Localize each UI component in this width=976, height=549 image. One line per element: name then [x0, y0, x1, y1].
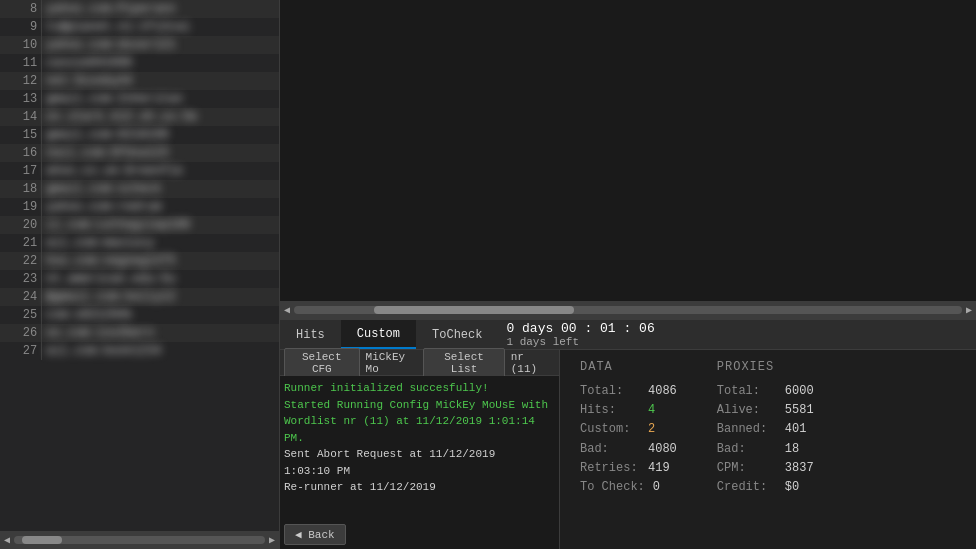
- stat-row: CPM:3837: [717, 459, 814, 478]
- row-data: gmail.com:Inheritan: [42, 90, 279, 108]
- stat-label: Alive:: [717, 401, 777, 420]
- row-data: oo.com:lov2bern: [42, 324, 279, 342]
- list-item[interactable]: 10yahoo.com:dozer121: [0, 36, 279, 54]
- tabs-row: Hits Custom ToCheck 0 days 00 : 01 : 06 …: [280, 319, 976, 349]
- stat-value: 0: [653, 478, 660, 497]
- list-item[interactable]: 19yahoo.com:redrum: [0, 198, 279, 216]
- stat-label: Bad:: [717, 440, 777, 459]
- list-item[interactable]: 13gmail.com:Inheritan: [0, 90, 279, 108]
- list-item[interactable]: 25com:s021294k: [0, 306, 279, 324]
- data-stats-title: DATA: [580, 360, 677, 374]
- row-number: 25: [0, 306, 42, 324]
- row-number: 21: [0, 234, 42, 252]
- row-number: 9: [0, 18, 42, 36]
- stat-row: Custom:2: [580, 420, 677, 439]
- tab-custom[interactable]: Custom: [341, 320, 416, 349]
- stat-label: Hits:: [580, 401, 640, 420]
- list-item[interactable]: 15gmail.com:0218199: [0, 126, 279, 144]
- scroll-right-arrow[interactable]: ▶: [269, 534, 275, 546]
- scroll-thumb-left[interactable]: [22, 536, 62, 544]
- stat-value: 3837: [785, 459, 814, 478]
- proxy-stats-col: PROXIES Total:6000Alive:5581Banned:401Ba…: [717, 360, 814, 539]
- stat-row: Alive:5581: [717, 401, 814, 420]
- bottom-right-stats: DATA Total:4086Hits:4Custom:2Bad:4080Ret…: [560, 350, 976, 549]
- row-data: com:s021294k: [42, 306, 279, 324]
- stat-row: Banned:401: [717, 420, 814, 439]
- stat-label: Custom:: [580, 420, 640, 439]
- timer-value: 0 days 00 : 01 : 06: [506, 321, 654, 336]
- stat-value: 419: [648, 459, 670, 478]
- log-line: Started Running Config MiCkEy MoUsE with…: [284, 397, 555, 447]
- row-number: 26: [0, 324, 42, 342]
- row-data: on.stark.k12.oh.us:Se: [42, 108, 279, 126]
- back-button[interactable]: ◀ Back: [284, 524, 346, 545]
- stat-value: 4086: [648, 382, 677, 401]
- main-container: 8yahoo.com:Piperann9ts@planet.nl:1fi2cai…: [0, 0, 976, 549]
- left-panel: 8yahoo.com:Piperann9ts@planet.nl:1fi2cai…: [0, 0, 280, 549]
- list-item[interactable]: 22hoo.com:negneg1375: [0, 252, 279, 270]
- row-data: yahoo.com:Piperann: [42, 0, 279, 18]
- stat-label: Retries:: [580, 459, 640, 478]
- row-number: 15: [0, 126, 42, 144]
- stat-label: Credit:: [717, 478, 777, 497]
- select-cfg-button[interactable]: Select CFG: [284, 348, 360, 378]
- list-item[interactable]: 8yahoo.com:Piperann: [0, 0, 279, 18]
- stat-value: 4080: [648, 440, 677, 459]
- list-item[interactable]: 11cassie041696: [0, 54, 279, 72]
- row-data: gmail.com:scheck: [42, 180, 279, 198]
- list-item[interactable]: 17ahoo.co.uk:Greenfle: [0, 162, 279, 180]
- stat-value: 401: [785, 420, 807, 439]
- stat-label: To Check:: [580, 478, 645, 497]
- timer-info: 0 days 00 : 01 : 06 1 days left: [506, 321, 654, 348]
- row-data: hoo.com:negneg1375: [42, 252, 279, 270]
- select-list-button[interactable]: Select List: [423, 348, 504, 378]
- tab-tocheck[interactable]: ToCheck: [416, 320, 498, 349]
- row-number: 14: [0, 108, 42, 126]
- scroll-track-left[interactable]: [14, 536, 265, 544]
- row-data: ts@planet.nl:1fi2cai: [42, 18, 279, 36]
- stat-row: Hits:4: [580, 401, 677, 420]
- list-item[interactable]: 18gmail.com:scheck: [0, 180, 279, 198]
- row-number: 11: [0, 54, 42, 72]
- list-area: 8yahoo.com:Piperann9ts@planet.nl:1fi2cai…: [0, 0, 279, 531]
- list-item[interactable]: 21ail.com:maxlucy: [0, 234, 279, 252]
- list-item[interactable]: 16nail.com:Gfdsa123: [0, 144, 279, 162]
- proxy-stats-title: PROXIES: [717, 360, 814, 374]
- list-item[interactable]: 26oo.com:lov2bern: [0, 324, 279, 342]
- stat-row: Total:4086: [580, 382, 677, 401]
- right-top-area: [280, 0, 976, 301]
- row-data: ail.com:book1234: [42, 342, 279, 360]
- log-line: Runner initialized succesfully!: [284, 380, 555, 397]
- scroll-thumb-right[interactable]: [374, 306, 574, 314]
- row-number: 16: [0, 144, 42, 162]
- left-hscrollbar[interactable]: ◀ ▶: [0, 531, 279, 549]
- row-number: 10: [0, 36, 42, 54]
- tab-hits[interactable]: Hits: [280, 320, 341, 349]
- row-number: 22: [0, 252, 42, 270]
- list-item[interactable]: 27ail.com:book1234: [0, 342, 279, 360]
- list-item[interactable]: 12net:Scooby44: [0, 72, 279, 90]
- right-scroll-right-arrow[interactable]: ▶: [966, 304, 972, 316]
- list-item[interactable]: 20il.com:Lethagilep180: [0, 216, 279, 234]
- row-data: nt.american.edu:Su: [42, 270, 279, 288]
- stat-label: Total:: [717, 382, 777, 401]
- row-number: 23: [0, 270, 42, 288]
- data-list: 8yahoo.com:Piperann9ts@planet.nl:1fi2cai…: [0, 0, 279, 360]
- stat-row: To Check:0: [580, 478, 677, 497]
- wordlist-label: MiCkEy Mo: [362, 351, 422, 375]
- row-data: gmail.com:0218199: [42, 126, 279, 144]
- right-hscrollbar[interactable]: ◀ ▶: [280, 301, 976, 319]
- row-data: ahoo.co.uk:Greenfle: [42, 162, 279, 180]
- list-item[interactable]: 14on.stark.k12.oh.us:Se: [0, 108, 279, 126]
- row-number: 18: [0, 180, 42, 198]
- row-data: nail.com:Gfdsa123: [42, 144, 279, 162]
- list-item[interactable]: 9ts@planet.nl:1fi2cai: [0, 18, 279, 36]
- scroll-track-right[interactable]: [294, 306, 962, 314]
- row-data: ail.com:maxlucy: [42, 234, 279, 252]
- list-item[interactable]: 23nt.american.edu:Su: [0, 270, 279, 288]
- log-scroll: Runner initialized succesfully!Started R…: [284, 380, 555, 545]
- row-number: 8: [0, 0, 42, 18]
- right-scroll-left-arrow[interactable]: ◀: [284, 304, 290, 316]
- list-item[interactable]: 24@gmail.com:kelly12: [0, 288, 279, 306]
- scroll-left-arrow[interactable]: ◀: [4, 534, 10, 546]
